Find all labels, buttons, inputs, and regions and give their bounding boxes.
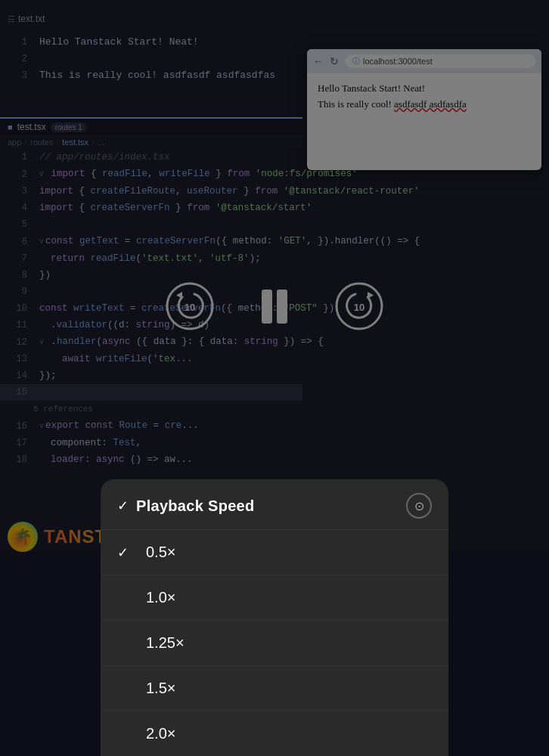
speed-label-2: 1.25× [146,634,185,652]
speed-option-0[interactable]: ✓0.5× [101,530,448,575]
speed-option-2[interactable]: 1.25× [101,621,448,666]
speed-title: Playback Speed [136,497,255,515]
speed-check-0: ✓ [117,544,135,561]
speed-label-4: 2.0× [146,725,175,742]
speed-options-list: ✓0.5×1.0×1.25×1.5×2.0× [101,530,448,756]
speed-label-3: 1.5× [146,680,175,697]
speed-label-1: 1.0× [146,589,175,606]
speed-sheet: ✓ Playback Speed ⊙ ✓0.5×1.0×1.25×1.5×2.0… [101,479,448,756]
speed-option-1[interactable]: 1.0× [101,575,448,621]
speed-option-4[interactable]: 2.0× [101,711,448,756]
speed-option-3[interactable]: 1.5× [101,666,448,711]
speed-header-check-icon: ✓ [117,497,129,514]
speed-header: ✓ Playback Speed ⊙ [101,479,448,530]
speed-settings-button[interactable]: ⊙ [406,493,432,519]
speed-label-0: 0.5× [146,544,175,561]
speed-header-left: ✓ Playback Speed [117,497,255,515]
